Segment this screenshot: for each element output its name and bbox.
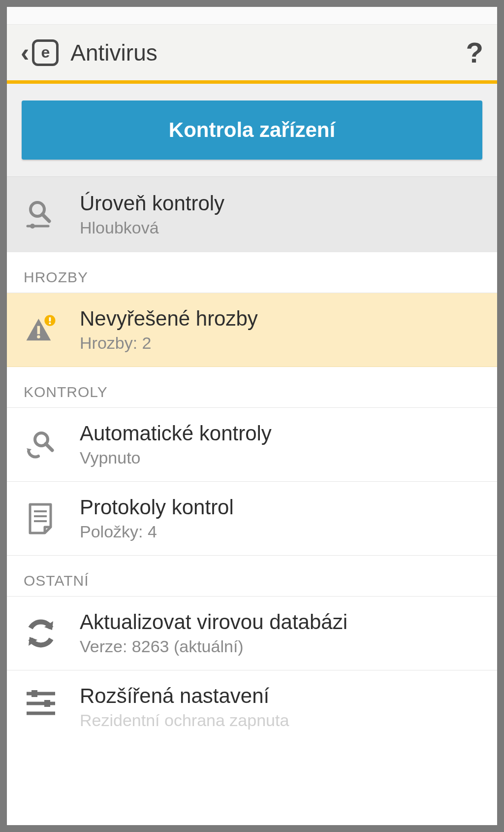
advanced-title: Rozšířená nastavení bbox=[80, 684, 480, 708]
update-db-title: Aktualizovat virovou databázi bbox=[80, 610, 480, 634]
section-header-other: OSTATNÍ bbox=[7, 556, 497, 597]
title-bar: ‹ e Antivirus ? bbox=[7, 25, 497, 84]
logs-subtitle: Položky: 4 bbox=[80, 522, 480, 541]
svg-point-3 bbox=[30, 224, 35, 229]
auto-checks-row[interactable]: Automatické kontroly Vypnuto bbox=[7, 408, 497, 482]
threats-subtitle: Hrozby: 2 bbox=[80, 333, 480, 353]
sliders-icon bbox=[24, 684, 58, 719]
refresh-icon bbox=[24, 616, 58, 651]
svg-line-10 bbox=[46, 444, 52, 450]
warning-triangle-icon bbox=[24, 313, 58, 347]
svg-point-8 bbox=[49, 322, 51, 324]
help-button[interactable]: ? bbox=[466, 36, 483, 69]
back-button[interactable]: ‹ e bbox=[21, 39, 59, 66]
update-db-subtitle: Verze: 8263 (aktuální) bbox=[80, 637, 480, 656]
svg-rect-17 bbox=[44, 700, 50, 707]
update-database-row[interactable]: Aktualizovat virovou databázi Verze: 826… bbox=[7, 597, 497, 670]
content-scroll[interactable]: Kontrola zařízení Úroveň kontroly Hloubk… bbox=[7, 84, 497, 825]
svg-rect-15 bbox=[32, 690, 37, 697]
status-bar bbox=[7, 7, 497, 25]
logs-title: Protokoly kontrol bbox=[80, 496, 480, 519]
unresolved-threats-row[interactable]: Nevyřešené hrozby Hrozby: 2 bbox=[7, 293, 497, 367]
magnifier-slider-icon bbox=[24, 198, 58, 232]
scan-level-title: Úroveň kontroly bbox=[80, 192, 480, 215]
page-title: Antivirus bbox=[70, 39, 157, 66]
svg-point-5 bbox=[37, 335, 40, 338]
svg-rect-4 bbox=[37, 326, 40, 334]
section-header-threats: HROZBY bbox=[7, 252, 497, 293]
svg-rect-7 bbox=[49, 317, 51, 321]
magnifier-refresh-icon bbox=[24, 428, 58, 462]
advanced-settings-row[interactable]: Rozšířená nastavení Rezidentní ochrana z… bbox=[7, 670, 497, 730]
eset-logo-icon: e bbox=[32, 39, 59, 66]
document-icon bbox=[24, 501, 58, 536]
scan-logs-row[interactable]: Protokoly kontrol Položky: 4 bbox=[7, 482, 497, 556]
scan-device-button[interactable]: Kontrola zařízení bbox=[22, 100, 482, 160]
auto-checks-subtitle: Vypnuto bbox=[80, 448, 480, 467]
advanced-subtitle: Rezidentní ochrana zapnuta bbox=[80, 711, 480, 730]
scan-section: Kontrola zařízení bbox=[7, 84, 497, 177]
scan-level-row[interactable]: Úroveň kontroly Hloubková bbox=[7, 177, 497, 252]
section-header-checks: KONTROLY bbox=[7, 367, 497, 408]
threats-title: Nevyřešené hrozby bbox=[80, 307, 480, 331]
svg-line-1 bbox=[42, 214, 49, 221]
scan-level-subtitle: Hloubková bbox=[80, 218, 480, 237]
chevron-left-icon: ‹ bbox=[21, 40, 29, 66]
auto-checks-title: Automatické kontroly bbox=[80, 422, 480, 445]
